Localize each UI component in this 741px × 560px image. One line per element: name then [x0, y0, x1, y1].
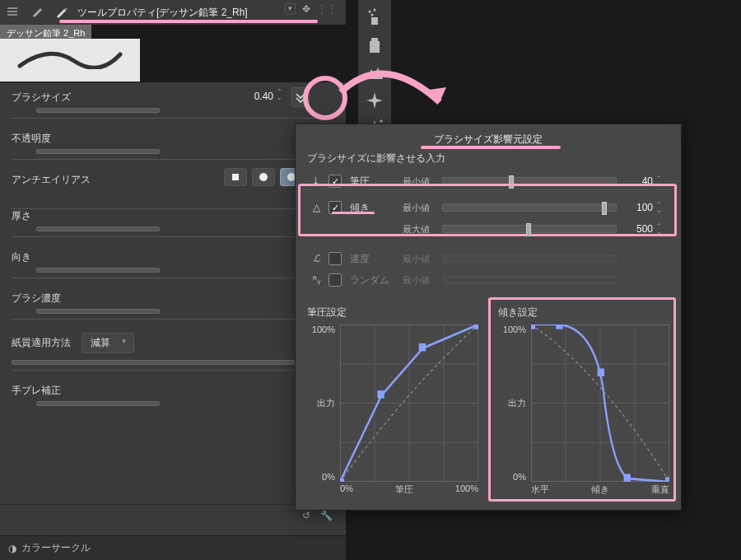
tool-properties-panel: ブラシサイズ 0.40 ⌃⌄ 不透明度 アンチエイリアス 厚さ 向き ブラシ濃度 — [0, 82, 346, 560]
svg-rect-12 — [419, 343, 426, 352]
prop-density: ブラシ濃度 — [12, 292, 334, 320]
gear-icon[interactable]: ✥ — [302, 3, 310, 15]
svg-rect-7 — [371, 38, 378, 41]
opacity-slider[interactable] — [36, 149, 160, 154]
popup-title: ブラシサイズ影響元設定 — [307, 133, 669, 147]
brush-size-stepper[interactable]: ⌃⌄ — [277, 89, 288, 100]
stabilize-label: 手ブレ補正 — [12, 384, 334, 398]
prop-paper-method: 紙質適用方法 減算 — [12, 333, 334, 371]
svg-point-3 — [369, 11, 371, 13]
panel-title: ツールプロパティ[デッサン鉛筆 2_Rh] — [74, 6, 248, 20]
brush-size-slider[interactable] — [36, 108, 160, 113]
speed-min-slider — [442, 254, 617, 263]
hamburger-icon[interactable] — [0, 5, 25, 21]
graph-pressure: 筆圧設定 100% 出力 0% — [307, 306, 478, 498]
density-label: ブラシ濃度 — [12, 292, 334, 306]
speed-checkbox[interactable] — [329, 252, 342, 265]
graph-pressure-plot[interactable] — [340, 324, 478, 482]
dropdown-small-icon[interactable]: ▾ — [285, 3, 296, 15]
antialias-options — [224, 168, 303, 186]
annotation-underline-tilt — [332, 212, 375, 214]
svg-point-5 — [371, 14, 374, 16]
popup-subtitle: ブラシサイズに影響させる入力 — [307, 152, 669, 166]
prop-antialias: アンチエイリアス — [12, 173, 334, 196]
speed-icon: ℒ — [307, 253, 325, 264]
tilt-max-slider[interactable] — [442, 225, 617, 233]
gp-y100: 100% — [307, 324, 335, 334]
stabilize-slider[interactable] — [36, 401, 160, 406]
svg-rect-11 — [377, 390, 384, 399]
prop-direction: 向き — [12, 250, 334, 278]
direction-slider[interactable] — [36, 268, 160, 273]
reset-icon[interactable]: ↺ — [302, 510, 310, 521]
brush-size-value[interactable]: 0.40 — [254, 91, 273, 102]
annotation-underline-title — [59, 20, 318, 23]
random-name: ランダム — [350, 273, 399, 287]
input-row-random: ʰᵧ ランダム 最小値 — [307, 269, 669, 291]
input-row-speed: ℒ 速度 最小値 — [307, 248, 669, 269]
density-slider[interactable] — [36, 309, 160, 314]
brush-icon[interactable] — [25, 5, 49, 21]
random-icon: ʰᵧ — [307, 274, 325, 286]
svg-rect-6 — [371, 17, 378, 25]
tilt-min-slider[interactable] — [442, 203, 617, 212]
gp-x0: 0% — [340, 483, 353, 498]
svg-point-4 — [374, 9, 376, 12]
antialias-option-none[interactable] — [224, 168, 247, 186]
paper-method-dropdown[interactable]: 減算 — [82, 333, 134, 353]
svg-rect-0 — [232, 174, 239, 180]
gp-y0: 0% — [307, 472, 335, 482]
svg-rect-8 — [370, 41, 380, 53]
gp-ylab: 出力 — [307, 397, 335, 409]
prop-stabilize: 手ブレ補正 — [12, 384, 334, 406]
paper-method-label: 紙質適用方法 — [12, 337, 71, 348]
direction-label: 向き — [12, 250, 334, 264]
pencil-icon[interactable] — [49, 5, 74, 21]
speed-min-label: 最小値 — [403, 253, 439, 265]
random-min-label: 最小値 — [403, 274, 439, 287]
prop-brush-size: ブラシサイズ 0.40 ⌃⌄ — [12, 91, 334, 119]
wrench-icon[interactable]: 🔧 — [320, 510, 333, 521]
opacity-label: 不透明度 — [12, 132, 334, 146]
speed-name: 速度 — [350, 252, 399, 266]
brush-size-dynamics-popup: ブラシサイズ影響元設定 ブラシサイズに影響させる入力 ⭳ ✓ 筆圧 最小値 40… — [295, 124, 682, 511]
thickness-label: 厚さ — [12, 209, 334, 223]
thickness-slider[interactable] — [36, 226, 160, 231]
color-circle-tab[interactable]: ◑ カラーサークル — [0, 535, 346, 560]
svg-rect-13 — [474, 324, 478, 329]
svg-point-1 — [259, 173, 268, 181]
svg-rect-10 — [340, 478, 344, 482]
paper-method-slider[interactable] — [12, 360, 334, 365]
color-circle-label: カラーサークル — [21, 541, 91, 555]
random-min-slider — [442, 276, 617, 284]
antialias-option-weak[interactable] — [252, 168, 275, 186]
graph-pressure-title: 筆圧設定 — [307, 306, 478, 320]
brush-stroke-icon — [16, 49, 124, 69]
prop-opacity: 不透明度 — [12, 132, 334, 160]
spray-icon[interactable] — [365, 7, 384, 26]
header-right-icons: ▾ ✥ ⋮⋮ — [285, 3, 337, 15]
bottle-icon[interactable] — [365, 35, 384, 54]
panel-footer-tools: ↺ 🔧 — [0, 504, 346, 525]
grip-icon[interactable]: ⋮⋮ — [317, 3, 337, 15]
annotation-arrow — [334, 59, 458, 133]
random-checkbox[interactable] — [329, 273, 342, 287]
prop-thickness: 厚さ — [12, 209, 334, 237]
annotation-box-tilt-graph — [488, 297, 676, 502]
annotation-underline-popup-title — [421, 146, 561, 149]
gp-xlab: 筆圧 — [395, 483, 413, 498]
gp-x1: 100% — [455, 483, 478, 498]
color-circle-icon: ◑ — [8, 543, 16, 554]
